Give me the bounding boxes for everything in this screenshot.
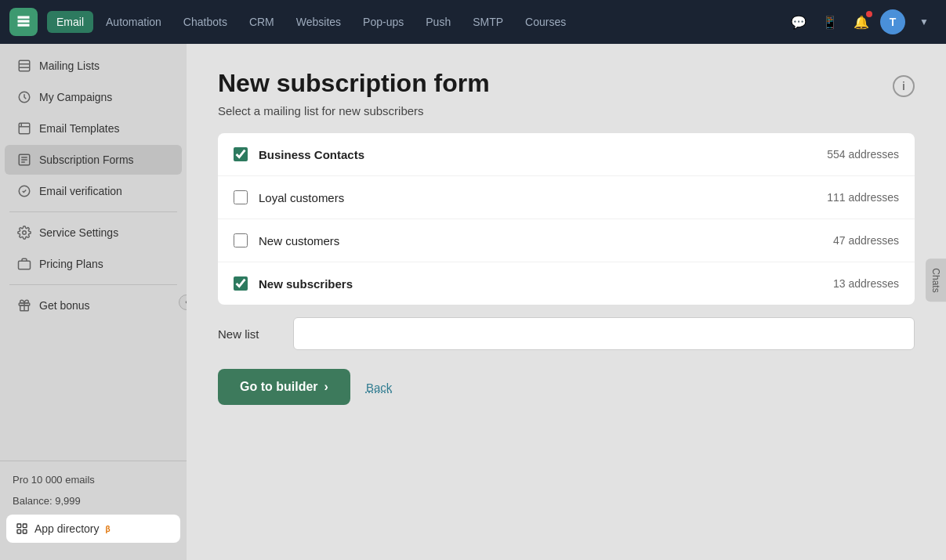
go-to-builder-label: Go to builder	[240, 380, 318, 394]
sidebar-item-subscription-forms[interactable]: Subscription Forms	[5, 145, 182, 175]
dropdown-icon[interactable]: ▼	[912, 9, 937, 34]
action-row: Go to builder › Back	[218, 369, 915, 405]
svg-rect-0	[19, 60, 30, 71]
nav-email[interactable]: Email	[47, 11, 93, 33]
svg-point-12	[23, 231, 27, 235]
sidebar-divider-2	[9, 284, 177, 285]
mobile-icon[interactable]: 📱	[817, 9, 843, 34]
mailing-row-loyal-customers[interactable]: Loyal customers 111 addresses	[218, 176, 915, 219]
mailing-checkbox-new-customers[interactable]	[234, 233, 248, 247]
mailing-count-new-subscribers: 13 addresses	[833, 277, 899, 290]
nav-chatbots[interactable]: Chatbots	[174, 11, 237, 33]
go-to-builder-button[interactable]: Go to builder ›	[218, 369, 350, 405]
svg-rect-18	[17, 529, 21, 533]
main-content: New subscription form i Select a mailing…	[187, 44, 946, 560]
nav-websites[interactable]: Websites	[287, 11, 350, 33]
mailing-count-new-customers: 47 addresses	[833, 234, 899, 247]
sidebar-label-service-settings: Service Settings	[39, 226, 118, 239]
sidebar-label-mailing-lists: Mailing Lists	[39, 60, 100, 72]
nav-crm[interactable]: CRM	[240, 11, 284, 33]
new-list-label: New list	[218, 327, 281, 341]
svg-rect-19	[23, 529, 27, 533]
sidebar-label-pricing-plans: Pricing Plans	[39, 258, 103, 270]
svg-rect-16	[17, 524, 21, 528]
mailing-row-new-subscribers[interactable]: New subscribers 13 addresses	[218, 262, 915, 305]
plan-balance: Balance: 9,999	[0, 490, 187, 511]
sidebar-divider-1	[9, 211, 177, 212]
plan-name: Pro 10 000 emails	[0, 469, 187, 490]
mailing-list-table: Business Contacts 554 addresses Loyal cu…	[218, 133, 915, 305]
mailing-name-new-customers: New customers	[259, 234, 833, 247]
nav-smtp[interactable]: SMTP	[463, 11, 513, 33]
beta-badge: β	[105, 525, 110, 533]
mailing-row-business-contacts[interactable]: Business Contacts 554 addresses	[218, 133, 915, 176]
sidebar-item-get-bonus[interactable]: Get bonus	[5, 291, 182, 320]
chat-icon[interactable]: 💬	[786, 9, 811, 34]
svg-rect-4	[19, 123, 30, 134]
nav-popups[interactable]: Pop-ups	[353, 11, 413, 33]
page-header: New subscription form i	[218, 69, 915, 98]
go-to-builder-arrow: ›	[324, 380, 328, 394]
page-title: New subscription form	[218, 69, 490, 98]
info-icon[interactable]: i	[893, 75, 915, 97]
app-directory-label: App directory	[34, 522, 99, 535]
mailing-count-business-contacts: 554 addresses	[827, 148, 899, 161]
mailing-checkbox-loyal-customers[interactable]	[234, 190, 248, 204]
back-button[interactable]: Back	[366, 381, 392, 394]
sidebar-item-service-settings[interactable]: Service Settings	[5, 218, 182, 247]
sidebar-bottom: Pro 10 000 emails Balance: 9,999 App dir…	[0, 461, 187, 554]
sidebar-label-subscription-forms: Subscription Forms	[39, 154, 134, 166]
sidebar-item-mailing-lists[interactable]: Mailing Lists	[5, 51, 182, 81]
sidebar-label-my-campaigns: My Campaigns	[39, 91, 112, 103]
logo[interactable]	[9, 8, 38, 36]
mailing-count-loyal-customers: 111 addresses	[827, 191, 899, 204]
chats-tab[interactable]: Chats	[926, 258, 946, 302]
mailing-name-loyal-customers: Loyal customers	[259, 191, 827, 204]
page-subtitle: Select a mailing list for new subscriber…	[218, 104, 915, 117]
sidebar-item-email-templates[interactable]: Email Templates	[5, 114, 182, 143]
mailing-row-new-customers[interactable]: New customers 47 addresses	[218, 219, 915, 262]
mailing-name-new-subscribers: New subscribers	[259, 277, 833, 291]
user-avatar[interactable]: T	[880, 9, 905, 34]
sidebar-item-pricing-plans[interactable]: Pricing Plans	[5, 249, 182, 279]
nav-courses[interactable]: Courses	[516, 11, 575, 33]
new-list-row: New list	[218, 317, 915, 350]
sidebar-label-email-verification: Email verification	[39, 185, 122, 197]
sidebar: Mailing Lists My Campaigns Email Templat…	[0, 44, 187, 560]
sidebar-item-my-campaigns[interactable]: My Campaigns	[5, 82, 182, 112]
mailing-checkbox-new-subscribers[interactable]	[234, 276, 248, 291]
sidebar-item-email-verification[interactable]: Email verification	[5, 176, 182, 206]
nav-push[interactable]: Push	[416, 11, 460, 33]
new-list-input[interactable]	[293, 317, 915, 350]
app-directory-button[interactable]: App directoryβ	[6, 515, 180, 543]
mailing-name-business-contacts: Business Contacts	[259, 148, 827, 161]
app-layout: Mailing Lists My Campaigns Email Templat…	[0, 44, 946, 560]
sidebar-label-email-templates: Email Templates	[39, 122, 119, 135]
top-navigation: Email Automation Chatbots CRM Websites P…	[0, 0, 946, 44]
svg-rect-13	[19, 261, 31, 269]
notification-icon[interactable]: 🔔	[849, 9, 874, 34]
mailing-checkbox-business-contacts[interactable]	[234, 147, 248, 161]
nav-automation[interactable]: Automation	[96, 11, 171, 33]
svg-rect-17	[23, 524, 27, 528]
sidebar-label-get-bonus: Get bonus	[39, 299, 90, 312]
